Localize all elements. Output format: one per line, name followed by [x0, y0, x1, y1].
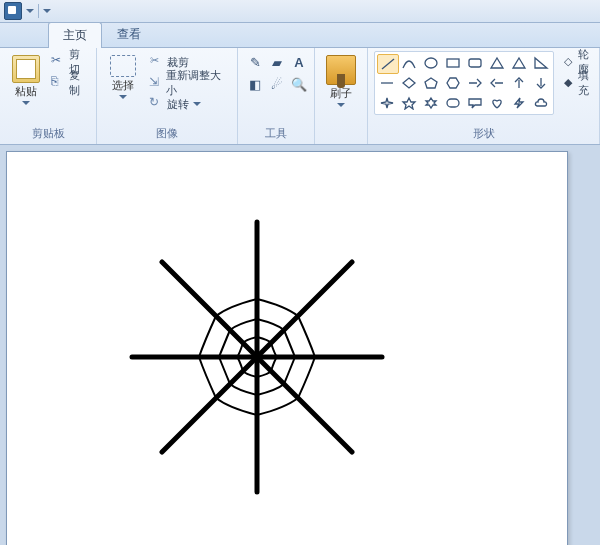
text-tool[interactable]: A	[288, 51, 310, 73]
svg-marker-8	[447, 78, 459, 88]
rotate-dropdown-icon[interactable]	[193, 100, 201, 108]
paste-dropdown-icon[interactable]	[22, 99, 30, 107]
copy-label: 复制	[69, 68, 91, 98]
shape-round-rect[interactable]	[465, 54, 485, 72]
group-label-shapes: 形状	[374, 124, 593, 144]
brush-icon	[326, 55, 356, 85]
ribbon: 粘贴 剪切 复制 剪贴板	[0, 48, 600, 145]
shape-arrow-down[interactable]	[531, 74, 551, 92]
shape-right-triangle[interactable]	[531, 54, 551, 72]
ribbon-tabstrip: 主页 查看	[0, 23, 600, 48]
svg-marker-5	[535, 58, 547, 68]
workspace	[0, 145, 600, 545]
rotate-button[interactable]: 旋转	[149, 95, 231, 113]
svg-rect-11	[447, 99, 459, 107]
shape-star5[interactable]	[399, 94, 419, 112]
rotate-label: 旋转	[167, 97, 189, 112]
group-label-image: 图像	[103, 124, 231, 144]
app-menu-button[interactable]	[4, 2, 22, 20]
shape-arrow-up[interactable]	[509, 74, 529, 92]
crop-icon	[149, 55, 163, 69]
shape-triangle[interactable]	[509, 54, 529, 72]
shape-arrow-left[interactable]	[487, 74, 507, 92]
group-tools: ✎ ▰ A ◧ ☄ 🔍 工具	[238, 48, 315, 144]
pencil-tool[interactable]: ✎	[244, 51, 266, 73]
brushes-button[interactable]: 刷子	[321, 51, 361, 109]
shape-diamond[interactable]	[399, 74, 419, 92]
shape-polygon[interactable]	[487, 54, 507, 72]
canvas-drawing	[117, 212, 397, 502]
shape-pentagon[interactable]	[421, 74, 441, 92]
group-clipboard: 粘贴 剪切 复制 剪贴板	[0, 48, 97, 144]
shape-arrow-right[interactable]	[465, 74, 485, 92]
svg-marker-12	[515, 98, 523, 108]
select-icon	[110, 55, 136, 77]
group-label-brushes	[321, 127, 361, 144]
copy-button[interactable]: 复制	[51, 74, 90, 92]
cut-icon	[51, 55, 65, 69]
shape-star6[interactable]	[421, 94, 441, 112]
tools-grid: ✎ ▰ A ◧ ☄ 🔍	[244, 51, 308, 93]
group-label-clipboard: 剪贴板	[6, 124, 90, 144]
qat-customize-dropdown-icon[interactable]	[43, 7, 51, 15]
fill-label: 填充	[578, 68, 593, 98]
svg-marker-3	[491, 58, 503, 68]
brushes-dropdown-icon[interactable]	[337, 101, 345, 109]
svg-marker-10	[426, 98, 436, 108]
svg-rect-2	[469, 59, 481, 67]
svg-point-0	[425, 58, 437, 68]
shape-lightning[interactable]	[509, 94, 529, 112]
app-menu-dropdown-icon[interactable]	[26, 7, 34, 15]
rotate-icon	[149, 97, 163, 111]
svg-marker-7	[425, 78, 437, 88]
drawing-canvas[interactable]	[6, 151, 568, 545]
paint-window: 主页 查看 粘贴 剪切 复制	[0, 0, 600, 545]
shapes-gallery[interactable]	[374, 51, 554, 115]
paste-label: 粘贴	[15, 85, 37, 97]
brushes-label: 刷子	[330, 87, 352, 99]
resize-label: 重新调整大小	[166, 68, 231, 98]
select-dropdown-icon[interactable]	[119, 93, 127, 101]
paste-button[interactable]: 粘贴	[6, 51, 45, 107]
shape-oval[interactable]	[421, 54, 441, 72]
svg-marker-4	[513, 58, 525, 68]
fill-tool[interactable]: ▰	[266, 51, 288, 73]
svg-rect-1	[447, 59, 459, 67]
tab-view[interactable]: 查看	[102, 21, 156, 47]
group-shapes: ◇ 轮廓 ◆ 填充 形状	[368, 48, 600, 144]
group-image: 选择 裁剪 重新调整大小 旋转	[97, 48, 238, 144]
qat-separator	[38, 4, 39, 18]
outline-icon: ◇	[564, 55, 574, 69]
paste-icon	[12, 55, 40, 83]
shape-hexagon[interactable]	[443, 74, 463, 92]
shape-line[interactable]	[377, 54, 399, 74]
shape-line2[interactable]	[377, 74, 397, 92]
group-label-tools: 工具	[244, 124, 308, 144]
magnifier-tool[interactable]: 🔍	[288, 73, 310, 95]
title-bar	[0, 0, 600, 23]
shape-rounded[interactable]	[443, 94, 463, 112]
select-button[interactable]: 选择	[103, 51, 142, 101]
tab-home[interactable]: 主页	[48, 22, 102, 48]
shape-curve[interactable]	[399, 54, 419, 72]
fill-icon: ◆	[564, 76, 574, 90]
copy-icon	[51, 76, 65, 90]
quick-access-toolbar	[0, 2, 55, 20]
shape-fill-button[interactable]: ◆ 填充	[564, 74, 593, 92]
shape-callout[interactable]	[465, 94, 485, 112]
shape-rect[interactable]	[443, 54, 463, 72]
color-picker-tool[interactable]: ☄	[266, 73, 288, 95]
shape-cloud[interactable]	[531, 94, 551, 112]
select-label: 选择	[112, 79, 134, 91]
shape-heart[interactable]	[487, 94, 507, 112]
group-brushes: 刷子	[315, 48, 368, 144]
svg-marker-9	[403, 98, 415, 109]
resize-icon	[149, 76, 163, 90]
svg-marker-6	[403, 78, 415, 88]
eraser-tool[interactable]: ◧	[244, 73, 266, 95]
shape-star4[interactable]	[377, 94, 397, 112]
resize-button[interactable]: 重新调整大小	[149, 74, 231, 92]
